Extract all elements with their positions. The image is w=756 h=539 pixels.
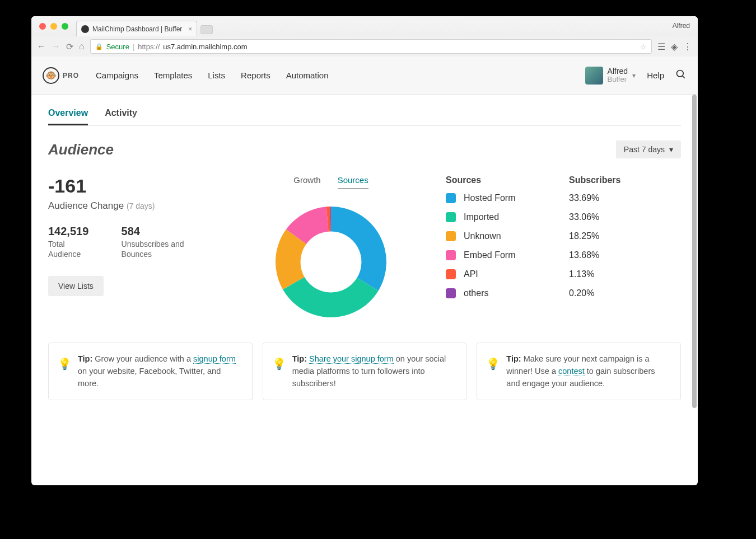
audience-change-window: (7 days) xyxy=(127,201,155,210)
audience-change-label: Audience Change xyxy=(48,200,124,211)
chevron-down-icon: ▾ xyxy=(632,72,636,79)
secure-label: Secure xyxy=(106,43,129,51)
sources-donut-chart xyxy=(269,200,393,324)
scrollbar-thumb[interactable] xyxy=(692,95,697,408)
tab-strip: MailChimp Dashboard | Buffer × Alfred xyxy=(31,16,698,36)
tip-card: 💡Tip: Share your signup form on your soc… xyxy=(263,343,467,400)
nav-automation[interactable]: Automation xyxy=(286,71,329,80)
tab-activity[interactable]: Activity xyxy=(105,108,137,125)
legend-row: Imported33.06% xyxy=(446,212,681,222)
tip-text-post: on your website, Facebook, Twitter, and … xyxy=(78,367,221,388)
chrome-menu-icon[interactable]: ⋮ xyxy=(683,41,692,52)
app-header: 🐵 PRO Campaigns Templates Lists Reports … xyxy=(31,57,698,95)
chrome-frame: MailChimp Dashboard | Buffer × Alfred ← … xyxy=(31,16,698,57)
close-tab-icon[interactable]: × xyxy=(188,25,192,33)
primary-nav: Campaigns Templates Lists Reports Automa… xyxy=(96,71,329,80)
view-lists-button[interactable]: View Lists xyxy=(48,276,104,296)
browser-tab[interactable]: MailChimp Dashboard | Buffer × xyxy=(76,21,197,36)
legend-name: others xyxy=(464,288,569,298)
nav-campaigns[interactable]: Campaigns xyxy=(96,71,138,80)
browser-profile-button[interactable]: Alfred xyxy=(673,22,690,30)
date-range-dropdown[interactable]: Past 7 days ▾ xyxy=(616,140,681,158)
legend-value: 18.25% xyxy=(569,231,599,241)
unsubscribes-value: 584 xyxy=(122,225,216,238)
reload-icon[interactable]: ⟳ xyxy=(66,41,73,52)
audience-change-value: -161 xyxy=(48,175,216,197)
lightbulb-icon: 💡 xyxy=(486,355,500,372)
home-icon[interactable]: ⌂ xyxy=(79,41,85,51)
favicon-icon xyxy=(81,25,89,33)
legend-header-subscribers: Subscribers xyxy=(569,175,620,185)
tip-card: 💡Tip: Make sure your next campaign is a … xyxy=(477,343,681,400)
unsubscribes-label: Unsubscribes and Bounces xyxy=(122,239,216,259)
address-bar-row: ← → ⟳ ⌂ 🔒 Secure | https://us7.admin.mai… xyxy=(31,36,698,57)
tip-prefix: Tip: xyxy=(78,354,92,363)
tip-link[interactable]: signup form xyxy=(193,354,236,364)
tip-link[interactable]: Share your signup form xyxy=(309,354,394,364)
url-scheme: https:// xyxy=(138,43,160,51)
search-icon[interactable] xyxy=(675,69,687,82)
scrollbar[interactable] xyxy=(690,95,698,485)
tip-text-pre: Grow your audience with a xyxy=(92,354,193,363)
legend-swatch xyxy=(446,269,456,279)
new-tab-button[interactable] xyxy=(200,25,213,34)
legend-value: 33.69% xyxy=(569,193,599,203)
legend-swatch xyxy=(446,288,456,298)
help-link[interactable]: Help xyxy=(647,71,664,80)
browser-window: MailChimp Dashboard | Buffer × Alfred ← … xyxy=(31,16,698,485)
nav-lists[interactable]: Lists xyxy=(208,71,225,80)
legend-value: 13.68% xyxy=(569,250,599,260)
legend-value: 0.20% xyxy=(569,288,594,298)
svg-line-1 xyxy=(683,76,685,78)
tip-prefix: Tip: xyxy=(506,354,521,363)
date-range-label: Past 7 days xyxy=(624,145,665,154)
lightbulb-icon: 💡 xyxy=(58,355,72,372)
page-tabs: Overview Activity xyxy=(48,108,681,126)
nav-templates[interactable]: Templates xyxy=(154,71,192,80)
nav-reports[interactable]: Reports xyxy=(241,71,270,80)
lock-icon: 🔒 xyxy=(95,43,103,50)
extension-pocket-icon[interactable]: ◈ xyxy=(671,41,678,52)
extensions: ☰ ◈ ⋮ xyxy=(657,41,692,52)
tab-title: MailChimp Dashboard | Buffer xyxy=(92,25,182,33)
legend-row: Embed Form13.68% xyxy=(446,250,681,260)
tip-prefix: Tip: xyxy=(292,354,307,363)
mailchimp-logo-icon[interactable]: 🐵 xyxy=(43,67,59,84)
legend-name: Hosted Form xyxy=(464,193,569,203)
legend-value: 33.06% xyxy=(569,212,599,222)
user-menu[interactable]: Alfred Buffer ▾ xyxy=(585,67,636,85)
avatar xyxy=(585,67,603,85)
legend-row: Unknown18.25% xyxy=(446,231,681,241)
close-window-button[interactable] xyxy=(39,23,46,30)
legend-swatch xyxy=(446,212,456,222)
tab-overview[interactable]: Overview xyxy=(48,108,88,125)
back-icon[interactable]: ← xyxy=(37,41,46,51)
tip-link[interactable]: contest xyxy=(558,367,585,376)
legend-row: API1.13% xyxy=(446,269,681,279)
chevron-down-icon: ▾ xyxy=(669,145,673,154)
legend-row: others0.20% xyxy=(446,288,681,298)
maximize-window-button[interactable] xyxy=(62,23,68,30)
lightbulb-icon: 💡 xyxy=(272,355,286,372)
chart-tab-growth[interactable]: Growth xyxy=(293,175,320,189)
legend-column: Sources Subscribers Hosted Form33.69%Imp… xyxy=(446,175,681,324)
chart-tab-sources[interactable]: Sources xyxy=(338,175,368,189)
forward-icon[interactable]: → xyxy=(52,41,60,51)
legend-swatch xyxy=(446,193,456,203)
tips-row: 💡Tip: Grow your audience with a signup f… xyxy=(48,343,681,400)
total-audience-label: Total Audience xyxy=(48,239,99,259)
section-title: Audience xyxy=(48,141,114,158)
url-host: us7.admin.mailchimp.com xyxy=(163,43,247,51)
legend-name: Imported xyxy=(464,212,569,222)
donut-slice[interactable] xyxy=(283,277,379,317)
address-input[interactable]: 🔒 Secure | https://us7.admin.mailchimp.c… xyxy=(90,39,652,54)
star-icon[interactable]: ☆ xyxy=(640,43,647,51)
legend-swatch xyxy=(446,231,456,241)
legend-header-sources: Sources xyxy=(446,175,569,185)
legend-row: Hosted Form33.69% xyxy=(446,193,681,203)
content-area: Overview Activity Audience Past 7 days ▾… xyxy=(31,95,698,485)
total-audience-value: 142,519 xyxy=(48,225,99,238)
extension-buffer-icon[interactable]: ☰ xyxy=(657,41,665,52)
donut-slice[interactable] xyxy=(331,207,386,290)
minimize-window-button[interactable] xyxy=(50,23,57,30)
